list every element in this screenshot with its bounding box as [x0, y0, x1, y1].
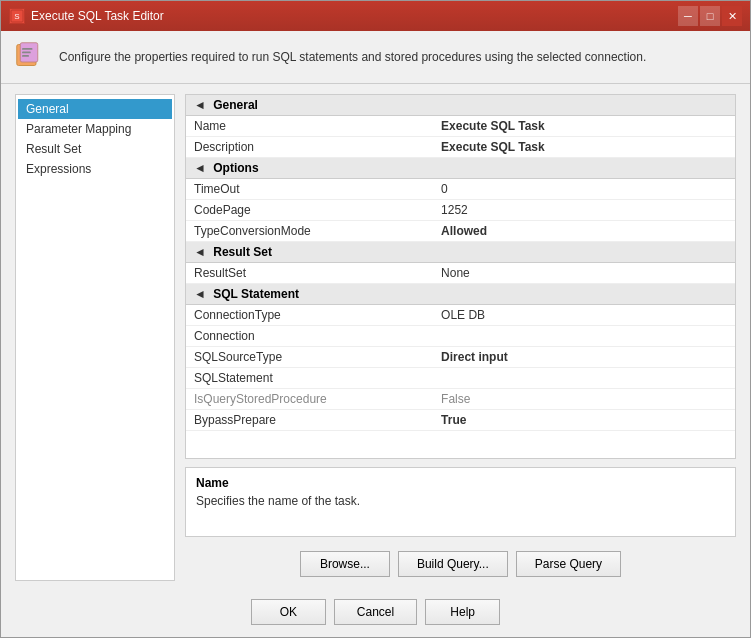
- table-row: IsQueryStoredProcedure False: [186, 389, 735, 410]
- prop-label-sqlstatement: SQLStatement: [186, 368, 433, 389]
- nav-item-parameter-mapping[interactable]: Parameter Mapping: [18, 119, 172, 139]
- prop-label-conntype: ConnectionType: [186, 305, 433, 326]
- table-row: SQLStatement: [186, 368, 735, 389]
- header-icon: [15, 41, 47, 73]
- prop-value-description: Execute SQL Task: [433, 137, 735, 158]
- table-row: SQLSourceType Direct input: [186, 347, 735, 368]
- maximize-button[interactable]: □: [700, 6, 720, 26]
- prop-label-name: Name: [186, 116, 433, 137]
- table-row: Description Execute SQL Task: [186, 137, 735, 158]
- svg-rect-6: [22, 55, 29, 57]
- section-general-header: ◄ General: [186, 95, 735, 116]
- section-toggle-sql: ◄: [194, 287, 206, 301]
- section-toggle-general: ◄: [194, 98, 206, 112]
- app-icon: S: [9, 8, 25, 24]
- title-bar-left: S Execute SQL Task Editor: [9, 8, 164, 24]
- section-options-header: ◄ Options: [186, 158, 735, 179]
- parse-query-button[interactable]: Parse Query: [516, 551, 621, 577]
- close-button[interactable]: ✕: [722, 6, 742, 26]
- prop-value-resultset: None: [433, 263, 735, 284]
- svg-rect-4: [22, 48, 33, 50]
- info-description: Specifies the name of the task.: [196, 494, 725, 508]
- title-bar: S Execute SQL Task Editor ─ □ ✕: [1, 1, 750, 31]
- table-row: Connection: [186, 326, 735, 347]
- main-content: General Parameter Mapping Result Set Exp…: [1, 84, 750, 591]
- prop-value-isstoredproc: False: [433, 389, 735, 410]
- nav-item-expressions[interactable]: Expressions: [18, 159, 172, 179]
- main-window: S Execute SQL Task Editor ─ □ ✕ Configur…: [0, 0, 751, 638]
- info-title: Name: [196, 476, 725, 490]
- ok-button[interactable]: OK: [251, 599, 326, 625]
- left-nav-panel: General Parameter Mapping Result Set Exp…: [15, 94, 175, 581]
- header-description: Configure the properties required to run…: [59, 50, 646, 64]
- section-label-options: Options: [213, 161, 258, 175]
- section-label-sql: SQL Statement: [213, 287, 299, 301]
- action-button-bar: Browse... Build Query... Parse Query: [185, 545, 736, 581]
- table-row: ConnectionType OLE DB: [186, 305, 735, 326]
- prop-value-name: Execute SQL Task: [433, 116, 735, 137]
- footer-bar: OK Cancel Help: [1, 591, 750, 637]
- section-label-general: General: [213, 98, 258, 112]
- window-controls: ─ □ ✕: [678, 6, 742, 26]
- svg-rect-5: [22, 52, 31, 54]
- build-query-button[interactable]: Build Query...: [398, 551, 508, 577]
- svg-text:S: S: [14, 12, 19, 21]
- prop-label-isstoredproc: IsQueryStoredProcedure: [186, 389, 433, 410]
- window-title: Execute SQL Task Editor: [31, 9, 164, 23]
- prop-value-connection: [433, 326, 735, 347]
- section-resultset-header: ◄ Result Set: [186, 242, 735, 263]
- table-row: Name Execute SQL Task: [186, 116, 735, 137]
- section-sql-header: ◄ SQL Statement: [186, 284, 735, 305]
- prop-label-sqlsourcetype: SQLSourceType: [186, 347, 433, 368]
- prop-value-typeconversion: Allowed: [433, 221, 735, 242]
- prop-value-sqlsourcetype: Direct input: [433, 347, 735, 368]
- section-toggle-resultset: ◄: [194, 245, 206, 259]
- nav-item-result-set[interactable]: Result Set: [18, 139, 172, 159]
- prop-value-sqlstatement: [433, 368, 735, 389]
- right-panel: ◄ General Name Execute SQL Task Descript…: [185, 94, 736, 581]
- properties-table: ◄ General Name Execute SQL Task Descript…: [186, 95, 735, 431]
- prop-label-typeconversion: TypeConversionMode: [186, 221, 433, 242]
- prop-label-timeout: TimeOut: [186, 179, 433, 200]
- section-toggle-options: ◄: [194, 161, 206, 175]
- prop-value-conntype: OLE DB: [433, 305, 735, 326]
- prop-label-bypassprepare: BypassPrepare: [186, 410, 433, 431]
- table-row: CodePage 1252: [186, 200, 735, 221]
- properties-panel: ◄ General Name Execute SQL Task Descript…: [185, 94, 736, 459]
- prop-label-codepage: CodePage: [186, 200, 433, 221]
- section-label-resultset: Result Set: [213, 245, 272, 259]
- prop-label-description: Description: [186, 137, 433, 158]
- info-panel: Name Specifies the name of the task.: [185, 467, 736, 537]
- prop-value-bypassprepare: True: [433, 410, 735, 431]
- help-button[interactable]: Help: [425, 599, 500, 625]
- header-bar: Configure the properties required to run…: [1, 31, 750, 84]
- table-row: BypassPrepare True: [186, 410, 735, 431]
- cancel-button[interactable]: Cancel: [334, 599, 417, 625]
- prop-label-resultset: ResultSet: [186, 263, 433, 284]
- prop-label-connection: Connection: [186, 326, 433, 347]
- prop-value-codepage: 1252: [433, 200, 735, 221]
- table-row: ResultSet None: [186, 263, 735, 284]
- table-row: TypeConversionMode Allowed: [186, 221, 735, 242]
- prop-value-timeout: 0: [433, 179, 735, 200]
- nav-item-general[interactable]: General: [18, 99, 172, 119]
- browse-button[interactable]: Browse...: [300, 551, 390, 577]
- minimize-button[interactable]: ─: [678, 6, 698, 26]
- table-row: TimeOut 0: [186, 179, 735, 200]
